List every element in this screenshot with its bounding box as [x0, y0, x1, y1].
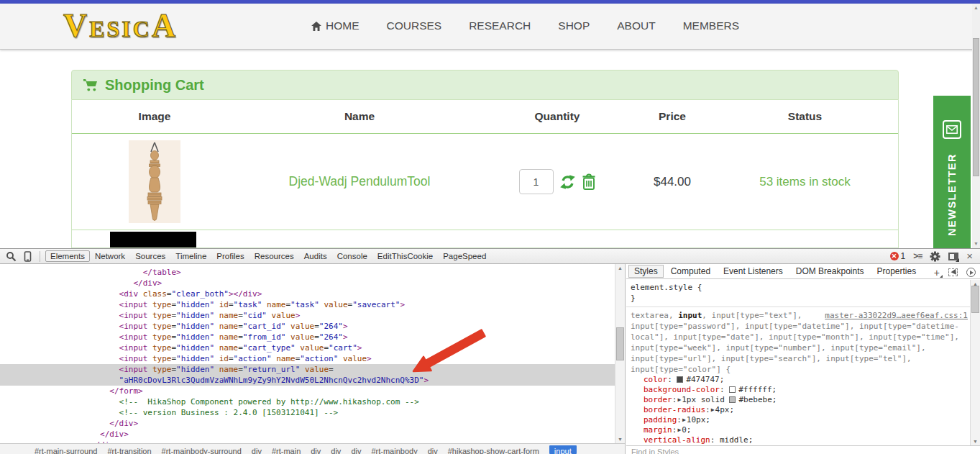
newsletter-tab[interactable]: NEWSLETTER — [933, 96, 971, 249]
devtools-tab-elements[interactable]: Elements — [45, 250, 90, 262]
breadcrumb-item[interactable]: #rt-transition — [107, 447, 151, 454]
color-swatch[interactable] — [729, 396, 736, 403]
nav-item-shop[interactable]: SHOP — [558, 19, 590, 32]
nav-item-home[interactable]: HOME — [311, 19, 360, 32]
dock-side-icon[interactable] — [948, 253, 958, 260]
dom-node[interactable]: <input type="hidden" id="task" name="tas… — [0, 299, 615, 310]
find-in-styles-input[interactable]: Find in Styles — [626, 445, 980, 454]
elements-scrollbar-thumb[interactable] — [616, 327, 624, 360]
dom-node[interactable]: <div class="clear_both"></div> — [0, 289, 615, 299]
color-swatch[interactable] — [729, 386, 736, 393]
css-property-color[interactable]: color: #474747; — [631, 375, 970, 385]
quantity-cell — [482, 169, 633, 194]
css-property-border[interactable]: border:▶1px solid #bebebe; — [631, 395, 970, 405]
nav-item-members[interactable]: MEMBERS — [683, 19, 739, 32]
dom-node-selected[interactable]: <input type="hidden" name="return_url" v… — [0, 364, 615, 375]
error-badge[interactable]: ✕ 1 — [890, 251, 906, 261]
inspect-element-icon[interactable] — [6, 251, 17, 262]
dom-node[interactable]: <input type="hidden" name="cid" value> — [0, 310, 615, 321]
nav-item-research[interactable]: RESEARCH — [469, 19, 531, 32]
dom-node[interactable]: </div> — [0, 278, 615, 289]
page-scrollbar-thumb[interactable] — [973, 38, 979, 176]
devtools-close-icon[interactable]: × — [966, 252, 973, 260]
nav-item-courses[interactable]: COURSES — [387, 19, 442, 32]
dom-node[interactable]: <input type="hidden" id="action" name="a… — [0, 353, 615, 364]
dom-tree[interactable]: </table> </div> <div class="clear_both">… — [0, 267, 615, 450]
gear-icon[interactable] — [930, 251, 940, 262]
css-property-padding[interactable]: padding:▶10px; — [631, 415, 970, 425]
nav-item-about[interactable]: ABOUT — [617, 19, 655, 32]
devtools-tabs: ElementsNetworkSourcesTimelineProfilesRe… — [45, 250, 491, 262]
elements-panel: </table> </div> <div class="clear_both">… — [0, 264, 626, 454]
dom-node[interactable]: <!-- version Business : 2.4.0 [150312104… — [0, 407, 615, 418]
dom-node-selected[interactable]: "aHR0cDovL3Rlc3QudmVzaWNhLm9yZy9hY2NvdW5… — [0, 375, 615, 386]
dom-node[interactable]: </div> — [0, 418, 615, 429]
device-mode-icon[interactable] — [23, 251, 32, 262]
nav-label: RESEARCH — [469, 19, 531, 32]
css-property-vertical-align[interactable]: vertical-align: middle; — [631, 435, 970, 445]
dom-node[interactable]: </form> — [0, 386, 615, 396]
stylesheet-link[interactable]: master-a33022d9…aeef6eaf.css:1 — [825, 310, 968, 321]
breadcrumb-item[interactable]: div — [351, 447, 361, 454]
scroll-up-arrow[interactable]: ▲ — [615, 265, 625, 271]
devtools-tab-profiles[interactable]: Profiles — [211, 250, 249, 262]
sidebar-tab-event-listeners[interactable]: Event Listeners — [718, 265, 789, 278]
site-logo[interactable]: VesicA — [63, 6, 178, 45]
element-style-section[interactable]: element.style { } — [626, 280, 970, 307]
devtools-tab-editthiscookie[interactable]: EditThisCookie — [372, 250, 438, 262]
scroll-down-arrow[interactable]: ▼ — [615, 437, 625, 442]
page-scrollbar[interactable]: ▲ ▼ — [972, 4, 980, 248]
product-image[interactable] — [72, 140, 237, 223]
sidebar-tab-dom-breakpoints[interactable]: DOM Breakpoints — [790, 265, 870, 278]
element-style-open[interactable]: element.style { — [631, 282, 970, 293]
breadcrumb-item[interactable]: #hikashop-show-cart-form — [448, 447, 539, 454]
envelope-icon — [943, 120, 961, 139]
devtools-tab-resources[interactable]: Resources — [249, 250, 299, 262]
devtools-tab-audits[interactable]: Audits — [299, 250, 332, 262]
sidebar-tab-styles[interactable]: Styles — [628, 265, 664, 278]
css-property-margin[interactable]: margin:▶0; — [631, 425, 970, 435]
dom-node[interactable]: <!-- HikaShop Component powered by http:… — [0, 396, 615, 407]
console-drawer-icon[interactable]: >≡ — [913, 251, 922, 261]
devtools-tab-network[interactable]: Network — [90, 250, 130, 262]
product-name-link[interactable]: Djed-Wadj PendulumTool — [237, 174, 482, 189]
devtools-tab-console[interactable]: Console — [332, 250, 372, 262]
dom-node[interactable]: </div> — [0, 429, 615, 440]
scroll-down-arrow[interactable]: ▼ — [972, 241, 980, 246]
breadcrumb-selected[interactable]: input — [549, 445, 577, 454]
sidebar-tab-properties[interactable]: Properties — [871, 265, 922, 278]
dom-node[interactable]: <input type="hidden" name="cart_type" va… — [0, 342, 615, 353]
breadcrumb-item[interactable]: #rt-mainbody — [371, 447, 417, 454]
new-style-rule-icon[interactable]: + — [934, 269, 940, 276]
breadcrumb-item[interactable]: #rt-main-surround — [35, 447, 97, 454]
scroll-up-arrow[interactable]: ▲ — [972, 5, 980, 10]
quantity-input[interactable] — [519, 169, 554, 194]
color-swatch[interactable] — [677, 376, 683, 383]
column-header-quantity: Quantity — [482, 110, 633, 123]
selector-line: input[type="week"], input[type="number"]… — [631, 342, 970, 353]
toggle-element-state-icon[interactable] — [948, 268, 958, 276]
dom-node[interactable]: <input type="hidden" name="from_id" valu… — [0, 332, 615, 342]
styles-scrollbar[interactable]: ▲ ▼ — [970, 280, 980, 445]
breadcrumb-item[interactable]: div — [331, 447, 341, 454]
scroll-down-arrow[interactable]: ▼ — [971, 439, 980, 444]
styles-scrollbar-thumb[interactable] — [971, 286, 979, 313]
devtools-tab-pagespeed[interactable]: PageSpeed — [438, 250, 491, 262]
refresh-quantity-button[interactable] — [559, 173, 577, 191]
screen: VesicA HOMECOURSESRESEARCHSHOPABOUTMEMBE… — [0, 0, 980, 454]
elements-scrollbar[interactable]: ▲ ▼ — [615, 264, 625, 443]
animations-icon[interactable] — [966, 268, 976, 277]
devtools-tab-sources[interactable]: Sources — [130, 250, 170, 262]
breadcrumb-item[interactable]: div — [428, 447, 438, 454]
dom-node[interactable]: </table> — [0, 267, 615, 278]
breadcrumb-item[interactable]: #rt-main — [272, 447, 301, 454]
breadcrumb-item[interactable]: div — [311, 447, 321, 454]
dom-node[interactable]: <input type="hidden" name="cart_id" valu… — [0, 321, 615, 332]
css-property-background-color[interactable]: background-color: #ffffff; — [631, 385, 970, 395]
devtools-tab-timeline[interactable]: Timeline — [170, 250, 211, 262]
delete-item-button[interactable] — [582, 173, 596, 191]
sidebar-tab-computed[interactable]: Computed — [665, 265, 716, 278]
css-property-border-radius[interactable]: border-radius:▶4px; — [631, 405, 970, 415]
breadcrumb-item[interactable]: #rt-mainbody-surround — [162, 447, 242, 454]
breadcrumb-item[interactable]: div — [252, 447, 262, 454]
